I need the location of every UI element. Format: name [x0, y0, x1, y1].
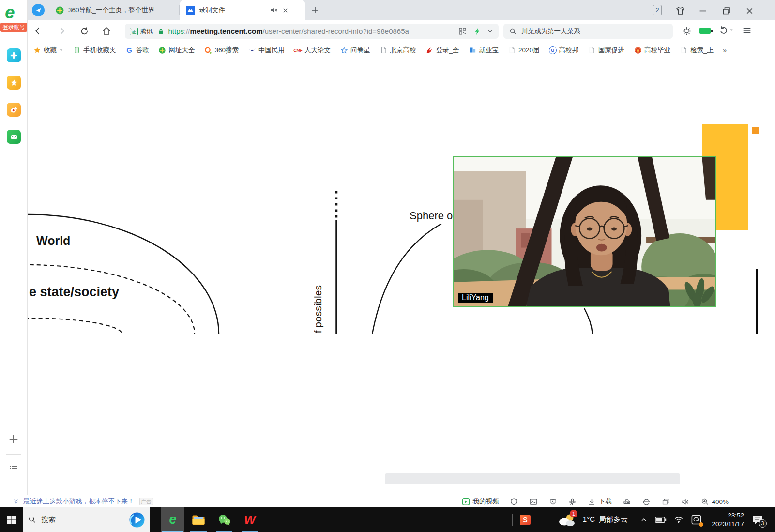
health-heart-icon[interactable]	[549, 498, 557, 506]
star-filled-icon	[33, 46, 41, 54]
clock-widget[interactable]: 23:52 2023/11/17	[709, 511, 744, 529]
show-desktop-sliver[interactable]	[772, 510, 772, 530]
address-bar[interactable]: 证 腾讯 https://meeting.tencent.com/user-ce…	[125, 24, 499, 39]
taskbar-tray: S 1 1°C 局部多云	[510, 507, 772, 532]
bookmark-cmf-paper[interactable]: CMF 人大论文	[294, 46, 331, 55]
tray-expand-chevron-icon[interactable]	[640, 516, 648, 524]
day-night-mode-button[interactable]	[680, 25, 693, 37]
close-window-button[interactable]	[743, 4, 756, 17]
taskbar-app-explorer[interactable]	[187, 507, 210, 532]
collapse-double-chevron-icon[interactable]	[13, 498, 19, 505]
printer-icon[interactable]	[623, 498, 631, 506]
main-menu-button[interactable]	[742, 25, 752, 36]
refresh-button[interactable]	[78, 25, 91, 37]
weather-widget-text[interactable]: 1°C 局部多云	[583, 515, 628, 524]
temperature: 1°C	[583, 515, 595, 524]
video-seek-bar[interactable]	[385, 473, 680, 484]
taskbar-search-box[interactable]: 搜索	[23, 507, 150, 532]
zoom-level-control[interactable]: 400%	[701, 498, 729, 506]
forward-button[interactable]	[56, 25, 68, 37]
bookmark-search-record[interactable]: 检索_上	[680, 46, 714, 55]
wifi-status-icon[interactable]	[674, 516, 684, 524]
tab-recording-file[interactable]: 录制文件	[180, 0, 305, 20]
notification-count-badge: 3	[759, 519, 767, 528]
plus-icon	[311, 6, 319, 15]
sphere-label: Sphere o	[410, 210, 453, 222]
bookmark-caac[interactable]: 中国民用	[248, 46, 285, 55]
sogou-input-icon[interactable]: S	[520, 515, 531, 525]
my-videos-button[interactable]: 我的视频	[462, 497, 499, 506]
sidebar-add-button[interactable]	[8, 433, 19, 445]
chevron-down-icon[interactable]	[486, 28, 494, 35]
flower-plugin-icon[interactable]	[568, 498, 577, 506]
split-window-icon[interactable]	[662, 498, 670, 506]
restore-session-button[interactable]	[719, 25, 734, 35]
ai-assistant-swirl-icon[interactable]	[129, 512, 145, 528]
bookmark-login[interactable]: 登录_全	[425, 46, 459, 55]
bookmark-graduates[interactable]: 高校毕业	[634, 46, 670, 55]
lightning-accelerate-icon[interactable]	[473, 27, 482, 36]
tab-close-icon[interactable]	[282, 7, 289, 14]
certificate-chip[interactable]: 证	[130, 28, 138, 35]
theme-skin-button[interactable]	[674, 4, 686, 17]
shared-slide-region[interactable]: World e state/society Sphere o of possib…	[28, 59, 775, 334]
minimize-button[interactable]	[697, 4, 709, 17]
bookmark-favorites[interactable]: 收藏	[33, 46, 63, 55]
bookmark-360-sites[interactable]: 网址大全	[158, 46, 195, 55]
taskbar-app-360browser[interactable]: e	[161, 507, 184, 532]
screenshot-image-icon[interactable]	[529, 498, 538, 506]
battery-status-icon[interactable]	[655, 516, 667, 524]
qr-code-icon[interactable]	[458, 27, 467, 35]
shield-security-icon[interactable]	[510, 498, 518, 506]
document-icon	[380, 46, 388, 54]
speaker-icon[interactable]	[681, 498, 690, 506]
bookmark-phone-favorites[interactable]: 手机收藏夹	[73, 46, 116, 55]
sidebar-list-button[interactable]	[8, 463, 19, 474]
ime-indicator-icon[interactable]	[691, 514, 702, 525]
back-button[interactable]	[31, 25, 44, 37]
download-button[interactable]: 下载	[588, 497, 611, 506]
new-tab-button[interactable]	[311, 6, 319, 15]
tab-360-nav[interactable]: 360导航_一个主页，整个世界	[50, 0, 179, 20]
sidebar-mail-icon[interactable]	[7, 130, 21, 144]
undo-icon	[719, 25, 729, 35]
login-account-tooltip[interactable]: 登录账号	[0, 23, 27, 32]
taskbar-app-wps[interactable]: W	[238, 507, 261, 532]
start-button[interactable]	[0, 507, 23, 532]
weather-widget-icon[interactable]: 1	[558, 513, 576, 527]
bookmark-jiuyebao[interactable]: 就业宝	[469, 46, 499, 55]
slide-edge-bar	[756, 269, 758, 334]
bookmark-gaoxiaobang[interactable]: U 高校邦	[549, 46, 579, 55]
bookmark-360-search[interactable]: 360搜索	[204, 46, 239, 55]
google-g-icon: G	[125, 46, 134, 54]
tray-handle[interactable]	[510, 514, 513, 526]
pinned-tab[interactable]	[32, 4, 45, 16]
compat-mode-e-icon[interactable]	[642, 498, 651, 506]
taskbar-app-wechat[interactable]	[213, 507, 236, 532]
tab-audio-mute-icon[interactable]	[270, 6, 278, 14]
lock-icon[interactable]	[157, 28, 165, 35]
possibles-axis-label: of possibles	[312, 285, 324, 334]
wps-icon: W	[244, 514, 256, 526]
ad-link[interactable]: 最近迷上这款小游戏，根本停不下来！	[23, 497, 135, 506]
bookmarks-overflow-button[interactable]: »	[723, 46, 727, 54]
minimize-icon	[698, 5, 708, 16]
sidebar-favorites-icon[interactable]	[7, 76, 21, 90]
bookmark-national-promo[interactable]: 国家促进	[588, 46, 624, 55]
bookmark-google[interactable]: G 谷歌	[125, 46, 149, 55]
bookmark-beijing-colleges[interactable]: 北京高校	[380, 46, 416, 55]
participant-video-tile[interactable]: LiliYang	[453, 156, 716, 307]
action-center-button[interactable]: 3	[751, 514, 764, 526]
url-text[interactable]: https://meeting.tencent.com/user-center/…	[168, 27, 409, 35]
sidebar-weibo-icon[interactable]	[7, 103, 21, 117]
quick-search-box[interactable]: 川菜成为第一大菜系	[503, 24, 673, 39]
battery-saver-button[interactable]	[699, 28, 711, 34]
tab-count-chip[interactable]: 2	[653, 5, 662, 15]
bookmark-wenjuanxing[interactable]: 问卷星	[340, 46, 370, 55]
bookmark-2020[interactable]: 2020届	[508, 46, 540, 55]
restore-button[interactable]	[720, 4, 732, 17]
url-scheme: https	[168, 27, 184, 35]
home-button[interactable]	[100, 25, 113, 37]
site-name[interactable]: 腾讯	[140, 27, 153, 36]
sidebar-assistant-app-icon[interactable]	[7, 48, 21, 62]
